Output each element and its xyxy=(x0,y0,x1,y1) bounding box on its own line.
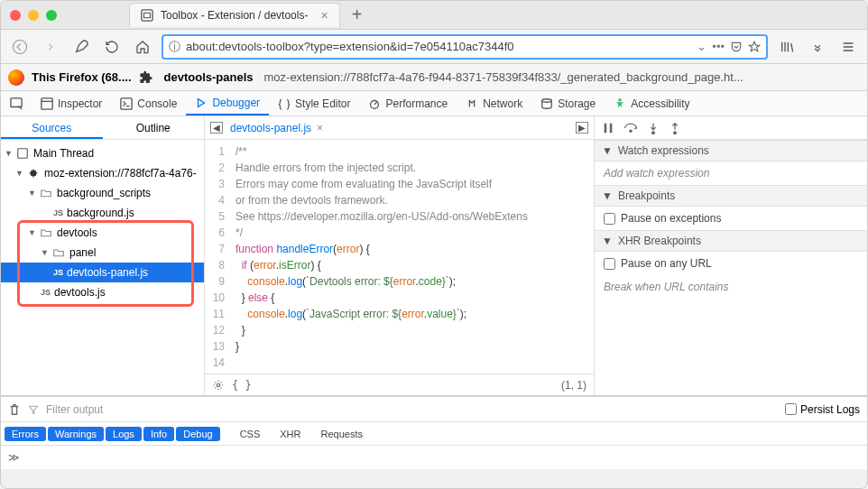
editor-panel: ◀ devtools-panel.js× ▶ 12345678910111213… xyxy=(205,116,595,395)
site-info-icon[interactable]: ⓘ xyxy=(169,39,180,55)
debugger-right-panel: ▼Watch expressions Add watch expression … xyxy=(595,116,867,395)
tab-inspector[interactable]: Inspector xyxy=(32,91,111,115)
page-actions-icon[interactable]: ••• xyxy=(712,40,725,53)
line-gutter: 123456789101112131415161718 xyxy=(205,140,230,374)
step-out-button[interactable] xyxy=(669,122,681,134)
panel-url: moz-extension://788fcf7a-4a76-f944-8371-… xyxy=(264,70,743,84)
pocket-icon[interactable] xyxy=(730,41,743,53)
pause-url-checkbox[interactable] xyxy=(604,258,615,270)
url-bar[interactable]: ⓘ about:devtools-toolbox?type=extension&… xyxy=(162,34,768,60)
menu-button[interactable] xyxy=(836,35,860,59)
tab-performance[interactable]: Performance xyxy=(359,91,457,115)
firefox-label: This Firefox (68.... xyxy=(32,70,132,84)
tree-devtools-dir[interactable]: ▼devtools xyxy=(1,223,204,243)
console-input[interactable]: ≫ xyxy=(1,446,867,469)
tree-bg-scripts[interactable]: ▼background_scripts xyxy=(1,183,204,203)
tab-storage[interactable]: Storage xyxy=(531,91,605,115)
cat-xhr[interactable]: XHR xyxy=(272,427,308,441)
svg-rect-11 xyxy=(605,123,607,133)
pause-url-row[interactable]: Pause on any URL xyxy=(595,252,867,275)
filter-input[interactable]: Filter output xyxy=(46,403,778,416)
new-tab-button[interactable]: + xyxy=(347,5,367,25)
svg-rect-12 xyxy=(610,123,613,133)
home-button[interactable] xyxy=(131,35,154,59)
xhr-breakpoints-header[interactable]: ▼XHR Breakpoints xyxy=(595,230,867,252)
svg-point-8 xyxy=(618,97,622,101)
tab-style-editor[interactable]: Style Editor xyxy=(269,91,359,115)
tab-debugger[interactable]: Debugger xyxy=(186,91,269,115)
pause-exceptions-row[interactable]: Pause on exceptions xyxy=(595,207,867,230)
overflow-button[interactable] xyxy=(806,35,829,59)
source-tree: ▼Main Thread ▼moz-extension://788fcf7a-4… xyxy=(1,140,204,395)
close-tab[interactable]: × xyxy=(320,8,328,23)
pause-button[interactable] xyxy=(602,122,614,134)
clear-console-icon[interactable] xyxy=(8,403,21,416)
minimize-window[interactable] xyxy=(28,10,39,21)
persist-logs[interactable]: Persist Logs xyxy=(785,403,860,416)
pill-errors[interactable]: Errors xyxy=(5,427,46,441)
star-icon[interactable] xyxy=(748,41,761,53)
browser-tab[interactable]: Toolbox - Extension / devtools- × xyxy=(129,3,340,27)
back-button[interactable] xyxy=(8,35,32,59)
svg-rect-4 xyxy=(42,97,52,108)
cursor-position: (1, 1) xyxy=(561,379,586,392)
tab-network[interactable]: Network xyxy=(457,91,531,115)
close-window[interactable] xyxy=(10,10,21,21)
svg-point-15 xyxy=(674,131,677,134)
step-over-button[interactable] xyxy=(623,122,638,134)
tree-main-thread[interactable]: ▼Main Thread xyxy=(1,143,204,163)
sources-panel: Sources Outline ▼Main Thread ▼moz-extens… xyxy=(1,116,205,395)
editor-file-tab[interactable]: devtools-panel.js× xyxy=(230,122,323,134)
pill-debug[interactable]: Debug xyxy=(176,427,219,441)
step-in-button[interactable] xyxy=(647,122,660,134)
coverage-icon[interactable] xyxy=(212,379,225,392)
pill-info[interactable]: Info xyxy=(143,427,174,441)
cat-css[interactable]: CSS xyxy=(233,427,268,441)
chevron-down-icon[interactable]: ⌄ xyxy=(697,40,706,53)
collapse-left-icon[interactable]: ◀ xyxy=(210,122,223,134)
tab-console[interactable]: Console xyxy=(111,91,186,115)
tree-moz-ext[interactable]: ▼moz-extension://788fcf7a-4a76- xyxy=(1,163,204,183)
tab-accessibility[interactable]: Accessibility xyxy=(605,91,698,115)
iframe-picker[interactable] xyxy=(1,91,32,115)
code-content[interactable]: /** Handle errors from the injected scri… xyxy=(230,140,594,374)
cat-requests[interactable]: Requests xyxy=(314,427,370,441)
pill-logs[interactable]: Logs xyxy=(106,427,142,441)
svg-point-10 xyxy=(217,383,220,387)
svg-rect-0 xyxy=(142,10,152,21)
tree-devtools-js[interactable]: JSdevtools.js xyxy=(1,282,204,302)
svg-point-13 xyxy=(630,130,632,132)
tree-bg-js[interactable]: JSbackground.js xyxy=(1,203,204,223)
tree-panel-dir[interactable]: ▼panel xyxy=(1,243,204,263)
traffic-lights xyxy=(10,10,57,21)
tools-button[interactable] xyxy=(69,35,93,59)
close-file-icon[interactable]: × xyxy=(317,122,323,134)
outline-tab[interactable]: Outline xyxy=(103,116,205,139)
maximize-window[interactable] xyxy=(46,10,57,21)
pause-exceptions-checkbox[interactable] xyxy=(604,213,615,225)
navbar: ⓘ about:devtools-toolbox?type=extension&… xyxy=(1,30,867,64)
breakpoints-header[interactable]: ▼Breakpoints xyxy=(595,185,867,207)
sources-tab[interactable]: Sources xyxy=(1,116,103,139)
tree-devtools-panel-js[interactable]: JSdevtools-panel.js xyxy=(1,263,204,282)
svg-point-14 xyxy=(652,131,655,134)
firefox-icon xyxy=(8,69,24,86)
reload-button[interactable] xyxy=(100,35,124,59)
pill-warnings[interactable]: Warnings xyxy=(48,427,104,441)
puzzle-icon xyxy=(139,70,153,85)
pretty-print-icon[interactable]: { } xyxy=(232,379,252,392)
watch-placeholder[interactable]: Add watch expression xyxy=(595,161,867,185)
watch-header[interactable]: ▼Watch expressions xyxy=(595,140,867,161)
forward-button[interactable] xyxy=(39,35,62,59)
collapse-right-icon[interactable]: ▶ xyxy=(576,122,588,134)
library-button[interactable] xyxy=(775,35,799,59)
svg-rect-3 xyxy=(11,97,22,106)
svg-rect-1 xyxy=(144,13,151,17)
break-url-placeholder[interactable]: Break when URL contains xyxy=(595,275,867,299)
persist-checkbox[interactable] xyxy=(785,403,797,415)
svg-point-7 xyxy=(542,98,552,102)
svg-point-2 xyxy=(14,40,27,53)
filter-icon xyxy=(28,404,39,415)
main-area: Sources Outline ▼Main Thread ▼moz-extens… xyxy=(1,116,867,396)
tab-favicon xyxy=(141,9,153,22)
